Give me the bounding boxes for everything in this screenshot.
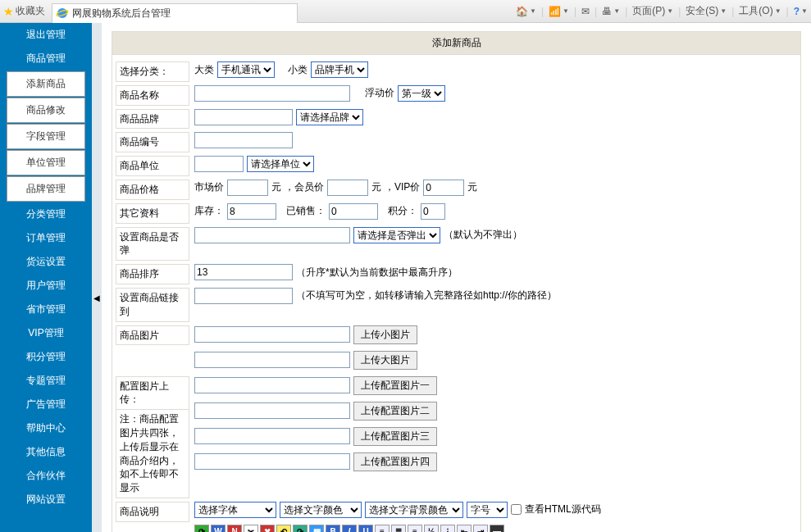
ie-icon — [56, 7, 69, 20]
safety-menu[interactable]: 安全(S)▼ — [686, 4, 727, 18]
upload-cfg1-button[interactable]: 上传配置图片一 — [353, 376, 437, 395]
label-other: 其它资料 — [116, 203, 189, 224]
redo-icon[interactable]: ↷ — [293, 525, 308, 532]
outdent-icon[interactable]: ⇤ — [457, 525, 472, 532]
sold-input[interactable] — [329, 203, 378, 220]
sidebar-item-12[interactable]: VIP管理 — [0, 321, 92, 345]
sidebar-item-6[interactable]: 品牌管理 — [7, 176, 85, 202]
vip-price-input[interactable] — [423, 180, 464, 196]
underline-icon[interactable]: U — [358, 525, 373, 532]
sidebar-item-13[interactable]: 积分管理 — [0, 345, 92, 369]
label-brand: 商品品牌 — [116, 109, 189, 130]
sidebar: 退出管理商品管理添新商品商品修改字段管理单位管理品牌管理分类管理订单管理货运设置… — [0, 23, 92, 532]
editor-icon-row: ⟳ W N ✂ ✖ ↶ ↷ ▦ B I U ≡ ≣ — [194, 525, 504, 532]
align-left-icon[interactable]: ≡ — [375, 525, 390, 532]
popup-select[interactable]: 请选择是否弹出 — [353, 227, 440, 243]
undo-icon[interactable]: ↶ — [276, 525, 291, 532]
sidebar-item-10[interactable]: 用户管理 — [0, 274, 92, 298]
italic-icon[interactable]: I — [342, 525, 357, 532]
upload-cfg2-button[interactable]: 上传配置图片二 — [353, 402, 437, 421]
favorites-star-icon[interactable]: ★ — [3, 5, 14, 18]
popup-input[interactable] — [194, 227, 350, 243]
brand-select[interactable]: 请选择品牌 — [296, 109, 363, 125]
help-icon[interactable]: ?▼ — [794, 6, 808, 17]
upload-big-img-button[interactable]: 上传大图片 — [353, 351, 417, 370]
sidebar-item-11[interactable]: 省市管理 — [0, 298, 92, 321]
unit-input[interactable] — [194, 156, 244, 172]
close-icon[interactable]: ✖ — [260, 525, 275, 532]
image-icon[interactable]: ▦ — [309, 525, 324, 532]
label-unit: 商品单位 — [116, 156, 189, 176]
small-category-select[interactable]: 品牌手机 — [311, 61, 368, 78]
member-price-input[interactable] — [327, 180, 368, 196]
bold-icon[interactable]: B — [326, 525, 340, 532]
label-link: 设置商品链接到 — [116, 288, 189, 322]
brand-input[interactable] — [194, 109, 293, 125]
link-input[interactable] — [194, 288, 293, 304]
browser-tab[interactable]: 网展购物系统后台管理 — [52, 3, 298, 23]
sidebar-item-19[interactable]: 网站设置 — [0, 488, 92, 512]
cut-icon[interactable]: ✂ — [244, 525, 258, 532]
order-input[interactable] — [194, 264, 293, 280]
net-icon[interactable]: N — [227, 525, 242, 532]
big-img-input[interactable] — [194, 352, 350, 368]
favorites-label[interactable]: 收藏夹 — [16, 4, 45, 18]
font-select[interactable]: 选择字体 — [194, 502, 276, 518]
show-html-checkbox[interactable] — [511, 504, 522, 515]
cfg2-input[interactable] — [194, 402, 350, 419]
refresh-icon[interactable]: ⟳ — [194, 525, 209, 532]
hr-icon[interactable]: — — [490, 525, 504, 532]
sidebar-item-5[interactable]: 单位管理 — [7, 150, 85, 175]
web-icon[interactable]: W — [211, 525, 226, 532]
float-price-select[interactable]: 第一级 — [398, 85, 445, 102]
stock-input[interactable] — [227, 203, 276, 220]
small-img-input[interactable] — [194, 326, 350, 343]
add-product-panel: 添加新商品 选择分类： 大类 手机通讯 小类 品牌手机 商品名称 — [112, 31, 801, 532]
label-name: 商品名称 — [116, 85, 189, 106]
home-icon[interactable]: 🏠▼ — [516, 6, 536, 17]
content-area: 添加新商品 选择分类： 大类 手机通讯 小类 品牌手机 商品名称 — [102, 23, 811, 532]
list-ol-icon[interactable]: ½ — [424, 525, 439, 532]
sidebar-collapse[interactable]: ◀ — [92, 23, 102, 532]
upload-small-img-button[interactable]: 上传小图片 — [353, 325, 417, 344]
sidebar-item-2[interactable]: 添新商品 — [7, 71, 85, 97]
indent-icon[interactable]: ⇥ — [473, 525, 488, 532]
print-icon[interactable]: 🖶▼ — [602, 6, 620, 17]
browser-right-toolbar: 🏠▼ | 📶▼ | ✉ | 🖶▼ | 页面(P)▼ | 安全(S)▼ | 工具(… — [516, 4, 808, 18]
upload-cfg3-button[interactable]: 上传配置图片三 — [353, 427, 437, 446]
product-name-input[interactable] — [194, 85, 350, 102]
sidebar-item-14[interactable]: 专题管理 — [0, 369, 92, 393]
sidebar-item-9[interactable]: 货运设置 — [0, 250, 92, 274]
sidebar-item-18[interactable]: 合作伙伴 — [0, 464, 92, 488]
big-category-select[interactable]: 手机通讯 — [217, 61, 275, 78]
sidebar-item-8[interactable]: 订单管理 — [0, 226, 92, 250]
label-cfg-img: 配置图片上传： — [116, 376, 189, 411]
sidebar-item-0[interactable]: 退出管理 — [0, 23, 92, 47]
cfg3-input[interactable] — [194, 428, 350, 444]
sidebar-item-15[interactable]: 广告管理 — [0, 393, 92, 416]
page-menu[interactable]: 页面(P)▼ — [632, 4, 673, 18]
unit-select[interactable]: 请选择单位 — [247, 156, 314, 172]
sidebar-item-17[interactable]: 其他信息 — [0, 440, 92, 464]
font-size-select[interactable]: 字号 — [467, 502, 508, 518]
sidebar-item-4[interactable]: 字段管理 — [7, 124, 85, 149]
points-input[interactable] — [421, 203, 445, 220]
cfg4-input[interactable] — [194, 453, 350, 470]
align-center-icon[interactable]: ≣ — [391, 525, 406, 532]
rss-icon[interactable]: 📶▼ — [549, 6, 569, 17]
sidebar-item-16[interactable]: 帮助中心 — [0, 416, 92, 440]
mail-icon[interactable]: ✉ — [581, 6, 590, 17]
market-price-input[interactable] — [227, 180, 268, 196]
font-color-select[interactable]: 选择文字颜色 — [280, 502, 362, 518]
tools-menu[interactable]: 工具(O)▼ — [739, 4, 781, 18]
label-price: 商品价格 — [116, 180, 189, 200]
sidebar-item-7[interactable]: 分类管理 — [0, 202, 92, 226]
sidebar-item-3[interactable]: 商品修改 — [7, 98, 85, 123]
sidebar-item-1[interactable]: 商品管理 — [0, 47, 92, 70]
align-right-icon[interactable]: ≡ — [408, 525, 422, 532]
upload-cfg4-button[interactable]: 上传配置图片四 — [353, 452, 437, 471]
bg-color-select[interactable]: 选择文字背景颜色 — [365, 502, 463, 518]
cfg1-input[interactable] — [194, 377, 350, 393]
list-ul-icon[interactable]: ⋮ — [440, 525, 455, 532]
code-input[interactable] — [194, 132, 293, 148]
